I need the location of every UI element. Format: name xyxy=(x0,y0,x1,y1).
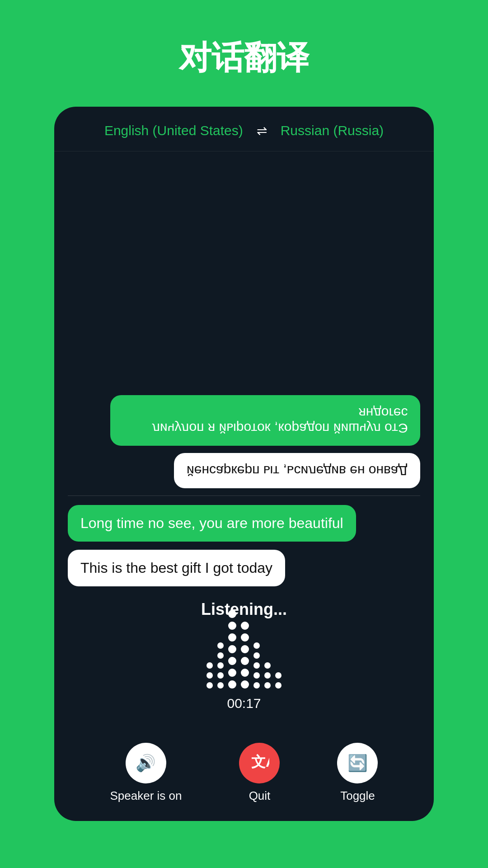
dot xyxy=(264,672,271,679)
dot xyxy=(275,682,282,689)
chat-lower: Long time no see, you are more beautiful… xyxy=(68,505,420,591)
dot xyxy=(241,633,249,642)
dot xyxy=(253,652,260,659)
dot xyxy=(217,682,224,689)
chat-area: Это лучший подарок, который я получил се… xyxy=(54,151,434,734)
dot xyxy=(253,662,260,669)
dot xyxy=(228,645,236,653)
dot xyxy=(228,680,236,689)
dot xyxy=(241,669,249,677)
speaker-control: 🔊 Speaker is on xyxy=(110,743,182,803)
dot xyxy=(241,645,249,653)
toggle-button[interactable]: 🔄 xyxy=(337,743,378,783)
waveform-col-7 xyxy=(275,672,282,689)
waveform-col-2 xyxy=(217,642,224,689)
dot xyxy=(217,652,224,659)
left-language[interactable]: English (United States) xyxy=(104,123,243,138)
dot xyxy=(228,622,236,630)
chat-upper: Это лучший подарок, который я получил се… xyxy=(68,160,420,495)
message-bubble-green: Long time no see, you are more beautiful xyxy=(68,505,356,542)
toggle-icon: 🔄 xyxy=(347,754,368,773)
svg-text:文A: 文A xyxy=(251,754,269,770)
dot xyxy=(206,682,213,689)
speaker-icon: 🔊 xyxy=(136,754,156,773)
dot xyxy=(228,633,236,642)
waveform-col-3 xyxy=(228,610,236,689)
dot xyxy=(264,662,271,669)
dot xyxy=(264,682,271,689)
listening-section: Listening... xyxy=(68,591,420,725)
waveform-col-6 xyxy=(264,662,271,689)
message-bubble-flipped-green: Это лучший подарок, который я получил се… xyxy=(110,395,420,446)
dot xyxy=(206,662,213,669)
toggle-control: 🔄 Toggle xyxy=(337,743,378,803)
dot xyxy=(228,610,236,618)
language-bar: English (United States) ⇌ Russian (Russi… xyxy=(54,107,434,151)
dot xyxy=(217,662,224,669)
dot xyxy=(217,672,224,679)
app-title: 对话翻译 xyxy=(179,36,309,80)
waveform-col-1 xyxy=(206,662,213,689)
right-language[interactable]: Russian (Russia) xyxy=(281,123,384,138)
dot xyxy=(241,622,249,630)
bottom-controls: 🔊 Speaker is on 文A Quit 🔄 Toggle xyxy=(54,734,434,821)
dot xyxy=(217,642,224,649)
dot xyxy=(253,642,260,649)
phone-card: English (United States) ⇌ Russian (Russi… xyxy=(54,107,434,821)
quit-label: Quit xyxy=(249,789,271,803)
chat-divider xyxy=(68,495,420,496)
speaker-button[interactable]: 🔊 xyxy=(126,743,166,783)
quit-control: 文A Quit xyxy=(239,743,280,803)
dot xyxy=(241,657,249,665)
dot xyxy=(253,682,260,689)
quit-button[interactable]: 文A xyxy=(239,743,280,783)
waveform-col-5 xyxy=(253,642,260,689)
dot xyxy=(253,672,260,679)
message-bubble-flipped-white: Давно не виделись, ты прекрасней xyxy=(174,453,420,488)
toggle-label: Toggle xyxy=(340,789,375,803)
listening-label: Listening... xyxy=(201,600,287,619)
dot xyxy=(206,672,213,679)
message-bubble-white: This is the best gift I got today xyxy=(68,550,285,586)
waveform xyxy=(206,630,282,689)
dot xyxy=(241,680,249,689)
waveform-col-4 xyxy=(241,622,249,689)
dot xyxy=(275,672,282,679)
dot xyxy=(228,657,236,665)
dot xyxy=(228,669,236,677)
speaker-label: Speaker is on xyxy=(110,789,182,803)
translate-icon: 文A xyxy=(249,751,269,775)
swap-icon[interactable]: ⇌ xyxy=(257,123,267,138)
timer: 00:17 xyxy=(227,696,261,711)
